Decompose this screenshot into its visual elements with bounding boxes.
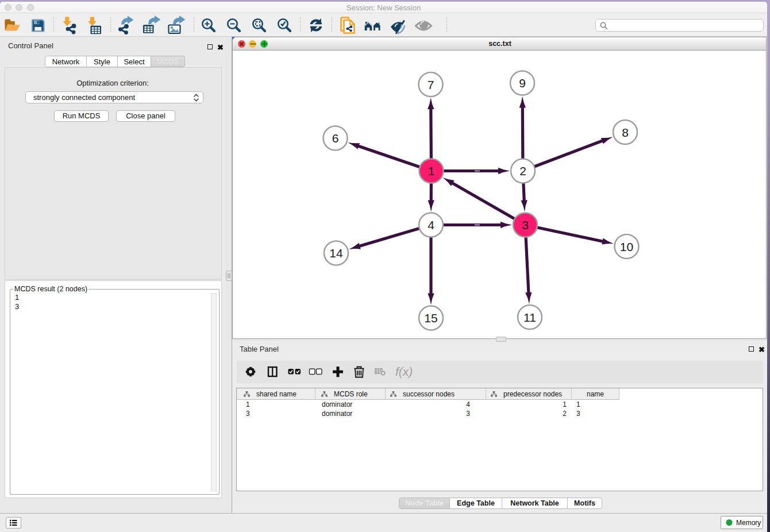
svg-text:14: 14 [329, 246, 343, 260]
svg-text:3: 3 [522, 218, 529, 232]
svg-text:4: 4 [428, 218, 434, 232]
svg-text:1: 1 [428, 164, 435, 178]
svg-text:15: 15 [424, 311, 437, 325]
svg-text:9: 9 [519, 76, 526, 90]
svg-text:11: 11 [523, 311, 536, 324]
svg-text:8: 8 [622, 126, 629, 139]
svg-text:2: 2 [519, 164, 526, 178]
svg-text:Memory: Memory [736, 519, 761, 527]
svg-text:10: 10 [620, 240, 633, 253]
svg-text:6: 6 [332, 132, 339, 145]
svg-text:7: 7 [428, 78, 434, 91]
svg-text:f(x): f(x) [395, 365, 413, 378]
